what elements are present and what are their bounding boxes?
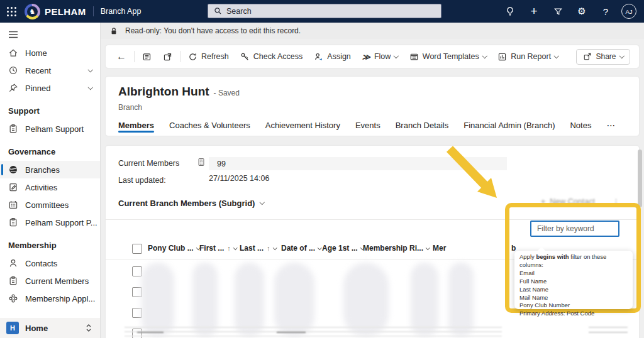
sidebar-item-recent[interactable]: Recent: [0, 62, 100, 79]
subgrid-title[interactable]: Current Branch Members (Subgrid): [118, 199, 264, 208]
column-header-last-name[interactable]: Last ...↑: [240, 244, 276, 253]
column-header-pony-club[interactable]: Pony Club ...: [148, 244, 199, 253]
current-members-field[interactable]: 99: [209, 157, 507, 170]
tab-branch-details[interactable]: Branch Details: [396, 114, 449, 136]
refresh-button[interactable]: Refresh: [182, 45, 235, 68]
chevron-down-icon[interactable]: [87, 67, 92, 72]
assign-button[interactable]: Assign: [308, 45, 357, 68]
share-button[interactable]: Share: [576, 49, 630, 65]
flow-button[interactable]: ≫ Flow: [357, 45, 404, 68]
column-header-first-name[interactable]: First ...↑: [199, 244, 236, 253]
chevron-down-icon: [554, 53, 559, 58]
flow-label: Flow: [374, 52, 391, 61]
sidebar-item-home[interactable]: Home: [0, 44, 100, 62]
sidebar-item-label: Home: [25, 48, 47, 58]
filter-icon[interactable]: [546, 0, 570, 23]
select-all-checkbox[interactable]: [132, 244, 142, 254]
membership-badge-icon: [8, 293, 18, 303]
sidebar-item-pelham-support[interactable]: Pelham Support: [0, 120, 100, 138]
subgrid-divider: [106, 219, 639, 220]
collapse-sidebar-icon[interactable]: [8, 31, 100, 38]
chevron-down-icon: [426, 246, 430, 249]
current-members-label: Current Members: [118, 159, 179, 168]
sidebar-section-membership: Membership: [0, 231, 100, 254]
back-button[interactable]: ←: [111, 45, 132, 68]
pelham-logo-icon: ♞: [25, 4, 40, 19]
tooltip-header: Apply begins with filter on these column…: [519, 253, 628, 270]
tab-events[interactable]: Events: [355, 114, 380, 136]
record-header-card: Albrighton Hunt - Saved Branch Members C…: [106, 77, 639, 136]
check-access-button[interactable]: Check Access: [235, 45, 309, 68]
column-header-date-of[interactable]: Date of ...: [281, 244, 321, 253]
read-only-banner: Read-only: You don't have access to edit…: [101, 23, 644, 39]
tab-notes[interactable]: Notes: [570, 114, 591, 136]
chevron-down-icon[interactable]: [87, 85, 92, 90]
area-switch-icon[interactable]: [85, 324, 92, 332]
quick-create-icon[interactable]: +: [522, 0, 546, 23]
help-icon[interactable]: ?: [594, 0, 618, 23]
refresh-label: Refresh: [201, 52, 229, 61]
blurred-row-data: [142, 263, 174, 337]
app-launcher-waffle-icon[interactable]: [7, 7, 16, 16]
search-input[interactable]: [226, 7, 415, 16]
tab-coaches-volunteers[interactable]: Coaches & Volunteers: [169, 114, 250, 136]
tabs-overflow-icon[interactable]: ⋯: [606, 114, 616, 136]
user-avatar[interactable]: AJ: [621, 4, 636, 19]
new-contact-button[interactable]: + New Contact: [541, 197, 595, 206]
row-checkbox[interactable]: [132, 308, 142, 318]
blurred-row-data: [192, 263, 218, 337]
sidebar-item-pinned[interactable]: Pinned: [0, 79, 100, 97]
settings-gear-icon[interactable]: ⚙: [570, 0, 594, 23]
vertical-scrollbar[interactable]: [638, 150, 642, 207]
sidebar-item-committees[interactable]: Committees: [0, 196, 100, 214]
row-checkbox[interactable]: [132, 266, 142, 276]
app-name[interactable]: Branch App: [101, 7, 142, 16]
save-status: - Saved: [214, 89, 240, 97]
sidebar-item-label: Pelham Support P...: [25, 218, 97, 227]
pin-icon: [8, 83, 18, 93]
current-members-value: 99: [217, 160, 226, 168]
filter-keyword-input[interactable]: [530, 221, 619, 237]
column-header-mer[interactable]: Mer: [433, 244, 446, 253]
column-header-age-1st[interactable]: Age 1st ...: [322, 244, 364, 253]
area-switcher[interactable]: H Home: [0, 318, 100, 338]
sidebar-item-current-members[interactable]: Current Members: [0, 272, 100, 290]
chevron-down-icon: [260, 200, 265, 205]
form-selector-button[interactable]: [136, 45, 157, 68]
filter-tooltip: Apply begins with filter on these column…: [514, 251, 633, 309]
sidebar-item-label: Committees: [25, 200, 69, 210]
tab-financial-admin[interactable]: Financial Admin (Branch): [464, 114, 555, 136]
open-in-new-window-button[interactable]: [157, 45, 178, 68]
sidebar-item-pelham-support-p[interactable]: Pelham Support P...: [0, 214, 100, 231]
row-checkbox[interactable]: [132, 287, 142, 297]
run-report-button[interactable]: Run Report: [492, 45, 564, 68]
flow-icon: ≫: [362, 52, 370, 62]
word-templates-label: Word Templates: [423, 52, 479, 61]
sidebar-item-label: Branches: [25, 165, 60, 175]
sidebar-item-label: Activities: [25, 183, 57, 192]
lightbulb-icon[interactable]: [498, 0, 522, 23]
report-icon: [497, 52, 507, 62]
activities-icon: [8, 182, 18, 192]
sidebar-item-label: Contacts: [25, 259, 57, 268]
sidebar-item-activities[interactable]: Activities: [0, 178, 100, 196]
blurred-row-data: [274, 263, 314, 337]
sidebar-item-branches[interactable]: Branches: [0, 161, 100, 178]
blurred-row-data: [125, 331, 502, 332]
more-vertical-icon[interactable]: ⋮: [612, 197, 620, 207]
global-search[interactable]: [208, 4, 441, 18]
form-tabs: Members Coaches & Volunteers Achievement…: [118, 114, 616, 136]
tab-members[interactable]: Members: [118, 114, 154, 136]
word-template-icon: [409, 52, 419, 62]
word-templates-button[interactable]: Word Templates: [404, 45, 492, 68]
sidebar-item-membership-applications[interactable]: Membership Appl...: [0, 290, 100, 307]
column-header-membership-ri[interactable]: Membership Ri...: [363, 244, 430, 253]
area-badge: H: [6, 322, 19, 334]
chevron-down-icon: [273, 246, 277, 249]
command-bar: ← Refresh Check Access Assign ≫ Flow Wor: [106, 45, 639, 68]
blurred-row-data: [125, 335, 502, 337]
tab-achievement-history[interactable]: Achievement History: [265, 114, 340, 136]
banner-text: Read-only: You don't have access to edit…: [125, 26, 301, 35]
site-map-sidebar: Home Recent Pinned Support Pelham Suppor…: [0, 23, 101, 338]
sidebar-item-contacts[interactable]: Contacts: [0, 254, 100, 272]
